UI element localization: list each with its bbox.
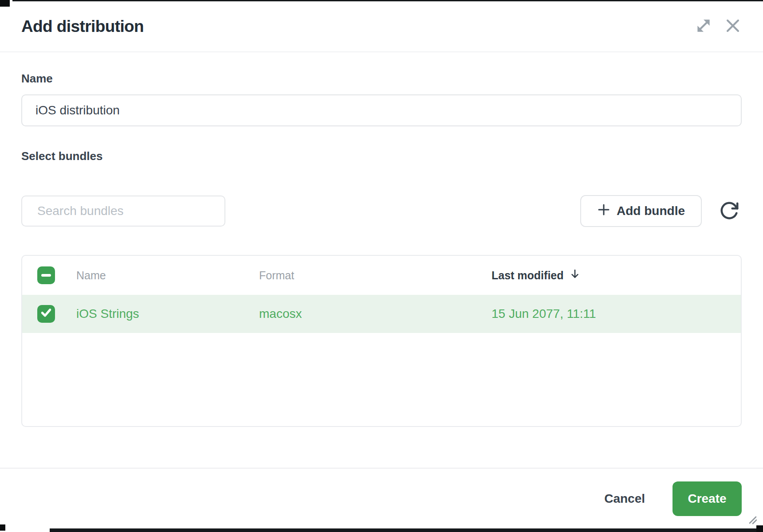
add-bundle-label: Add bundle bbox=[617, 204, 685, 218]
backdrop-artifact bbox=[0, 524, 5, 531]
row-checkbox-cell bbox=[37, 305, 76, 323]
bundle-name: iOS Strings bbox=[76, 307, 259, 321]
bundle-row[interactable]: iOS Strings macosx 15 Jun 2077, 11:11 bbox=[22, 295, 741, 333]
resize-handle[interactable] bbox=[745, 512, 758, 527]
add-bundle-button[interactable]: Add bundle bbox=[580, 195, 702, 227]
indeterminate-mark-icon bbox=[41, 274, 51, 277]
backdrop-artifact bbox=[12, 0, 763, 1]
plus-icon bbox=[597, 203, 610, 219]
checkmark-icon bbox=[39, 306, 53, 322]
dialog-header: Add distribution bbox=[0, 1, 763, 52]
dialog-footer: Cancel Create bbox=[0, 468, 763, 528]
create-button[interactable]: Create bbox=[673, 481, 742, 516]
bundle-last-modified: 15 Jun 2077, 11:11 bbox=[492, 307, 741, 321]
distribution-name-input[interactable] bbox=[21, 94, 742, 126]
name-field-label: Name bbox=[21, 72, 742, 86]
expand-dialog-button[interactable] bbox=[693, 16, 714, 37]
bundle-format: macosx bbox=[259, 307, 492, 321]
column-header-format[interactable]: Format bbox=[259, 269, 492, 282]
close-dialog-button[interactable] bbox=[722, 16, 743, 37]
column-header-last-modified[interactable]: Last modified bbox=[492, 268, 741, 282]
cancel-button[interactable]: Cancel bbox=[604, 492, 645, 506]
backdrop-artifact bbox=[0, 0, 10, 7]
select-all-cell bbox=[37, 266, 76, 284]
column-header-name[interactable]: Name bbox=[76, 269, 259, 282]
bundles-table: Name Format Last modified bbox=[21, 255, 742, 427]
close-icon bbox=[724, 17, 742, 36]
bundles-table-header: Name Format Last modified bbox=[22, 256, 741, 295]
select-bundles-label: Select bundles bbox=[21, 149, 742, 163]
sort-descending-icon bbox=[569, 268, 581, 282]
bundle-controls-row: Add bundle bbox=[21, 195, 742, 227]
add-distribution-dialog: Add distribution bbox=[0, 1, 763, 528]
row-checkbox[interactable] bbox=[37, 305, 55, 323]
page: Add distribution bbox=[0, 0, 763, 532]
header-actions bbox=[693, 16, 743, 37]
last-modified-label: Last modified bbox=[492, 269, 564, 282]
search-bundles-input[interactable] bbox=[21, 196, 225, 227]
backdrop-artifact bbox=[50, 528, 763, 532]
refresh-bundles-button[interactable] bbox=[717, 199, 742, 223]
expand-diagonal-icon bbox=[694, 16, 713, 36]
refresh-icon bbox=[719, 200, 739, 222]
select-all-checkbox[interactable] bbox=[37, 266, 55, 284]
dialog-body: Name Select bundles Add bundle bbox=[0, 52, 763, 468]
dialog-title: Add distribution bbox=[21, 17, 144, 36]
